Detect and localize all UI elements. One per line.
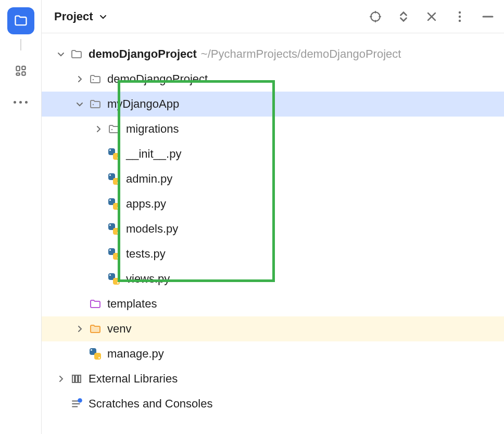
panel-toolbar: Project: [42, 0, 504, 33]
tree-node-folder[interactable]: demoDjangoProject: [42, 67, 504, 92]
python-icon: [107, 197, 121, 211]
target-icon: [369, 10, 382, 23]
tree-node-file[interactable]: views.py: [42, 266, 504, 291]
tree-node-folder[interactable]: migrations: [42, 117, 504, 142]
scratches-icon: [70, 397, 83, 411]
svg-rect-18: [79, 375, 81, 382]
libraries-icon: [70, 372, 83, 386]
tree-label: manage.py: [107, 347, 164, 361]
python-icon: [107, 222, 121, 236]
expand-collapse-button[interactable]: [396, 9, 411, 24]
chevron-down-icon[interactable]: [54, 47, 68, 61]
tree-label: views.py: [126, 272, 170, 286]
tree-path: ~/PycharmProjects/demoDjangoProject: [201, 47, 401, 61]
project-tool-button[interactable]: [7, 7, 34, 34]
tree-node-file[interactable]: models.py: [42, 216, 504, 241]
svg-rect-3: [22, 72, 25, 75]
python-icon: [107, 247, 121, 261]
tree-node-folder-selected[interactable]: myDjangoApp: [42, 92, 504, 117]
svg-rect-17: [75, 375, 78, 382]
collapse-icon: [426, 11, 437, 22]
tree-node-venv[interactable]: venv: [42, 316, 504, 341]
tree-label: migrations: [126, 122, 179, 136]
library-folder-icon: [89, 322, 102, 336]
tree-label: demoDjangoProject: [107, 72, 208, 86]
svg-point-14: [93, 104, 94, 105]
tree-node-file[interactable]: __init__.py: [42, 142, 504, 167]
tree-label: templates: [107, 297, 157, 311]
project-panel: Project: [42, 0, 504, 434]
activity-separator: [15, 39, 27, 51]
tree-node-folder[interactable]: templates: [42, 291, 504, 316]
minimize-icon: [482, 10, 494, 23]
package-folder-icon: [89, 72, 102, 86]
tree-node-root[interactable]: demoDjangoProject ~/PycharmProjects/demo…: [42, 42, 504, 67]
more-tools-button[interactable]: [10, 92, 31, 112]
tree-label: myDjangoApp: [107, 97, 179, 111]
svg-rect-0: [16, 66, 19, 71]
python-icon: [107, 147, 121, 161]
python-icon: [89, 347, 102, 361]
tree-label: __init__.py: [126, 147, 181, 161]
chevron-down-icon[interactable]: [73, 97, 86, 111]
kebab-icon: [458, 10, 462, 23]
panel-title-label: Project: [54, 10, 93, 23]
folder-icon: [14, 14, 28, 28]
python-icon: [107, 272, 121, 286]
expand-collapse-icon: [398, 11, 409, 22]
svg-point-22: [78, 398, 82, 403]
tree-label: models.py: [126, 222, 178, 236]
tree-label: Scratches and Consoles: [89, 397, 212, 411]
template-folder-icon: [89, 297, 102, 311]
tree-node-external-libs[interactable]: External Libraries: [42, 366, 504, 391]
svg-point-13: [93, 79, 94, 80]
tree-label: tests.py: [126, 247, 166, 261]
tree-node-file[interactable]: apps.py: [42, 192, 504, 216]
panel-title-dropdown[interactable]: Project: [54, 10, 108, 23]
svg-point-4: [371, 12, 380, 21]
blocks-icon: [14, 64, 28, 78]
collapse-all-button[interactable]: [424, 9, 439, 24]
tree-node-file[interactable]: tests.py: [42, 241, 504, 266]
python-icon: [107, 172, 121, 186]
svg-rect-1: [22, 66, 25, 69]
chevron-right-icon[interactable]: [92, 122, 105, 136]
tree-label: demoDjangoProject: [89, 47, 197, 61]
tree-label: apps.py: [126, 197, 166, 211]
tree-label: admin.py: [126, 172, 172, 186]
chevron-right-icon[interactable]: [73, 322, 86, 336]
package-folder-icon: [89, 97, 102, 111]
svg-rect-16: [72, 375, 74, 382]
folder-icon: [70, 47, 83, 61]
chevron-right-icon[interactable]: [54, 372, 68, 386]
package-folder-icon: [107, 122, 121, 136]
tree-label: External Libraries: [89, 372, 178, 386]
toolbar-actions: [368, 9, 500, 24]
tree-node-file[interactable]: manage.py: [42, 341, 504, 366]
svg-rect-2: [16, 73, 19, 75]
tree-node-file[interactable]: admin.py: [42, 167, 504, 192]
tree-label: venv: [107, 322, 131, 336]
svg-point-10: [459, 15, 461, 17]
structure-tool-button[interactable]: [10, 60, 31, 81]
activity-bar: [0, 0, 42, 434]
minimize-button[interactable]: [480, 9, 496, 24]
select-opened-file-button[interactable]: [368, 9, 383, 24]
options-button[interactable]: [452, 9, 468, 24]
tree-node-scratches[interactable]: Scratches and Consoles: [42, 391, 504, 416]
svg-point-15: [111, 129, 112, 130]
svg-point-11: [459, 19, 461, 21]
svg-point-9: [459, 11, 461, 13]
project-tree: demoDjangoProject ~/PycharmProjects/demo…: [42, 33, 504, 416]
chevron-down-icon: [98, 12, 108, 21]
chevron-right-icon[interactable]: [73, 72, 86, 86]
